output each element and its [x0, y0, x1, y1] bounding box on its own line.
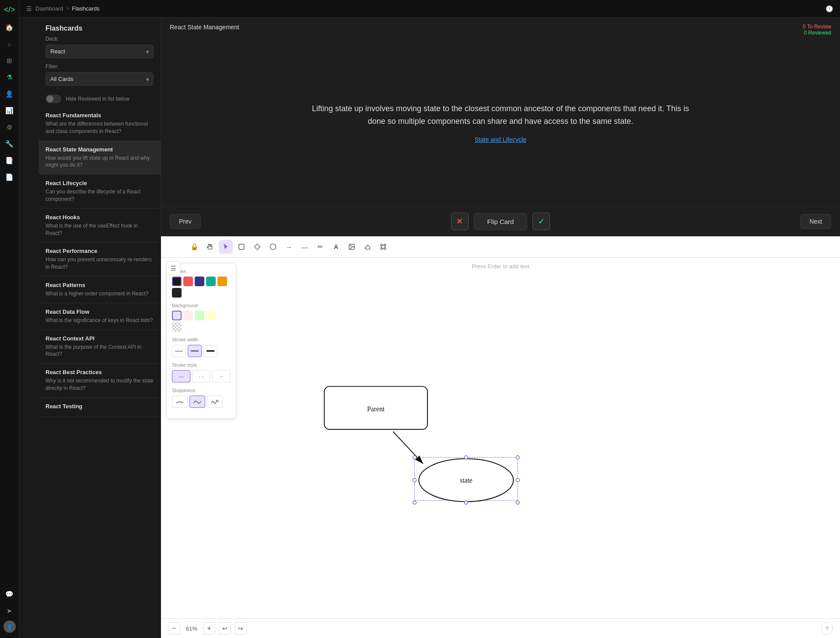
card-link[interactable]: State and Lifecycle [475, 136, 526, 143]
nav-grid[interactable]: ⊞ [3, 54, 17, 68]
card-title: React State Management [170, 24, 239, 31]
list-item[interactable]: React Lifecycle Can you describe the lif… [38, 175, 161, 209]
tool-select[interactable] [219, 240, 233, 254]
reviewed-count: 0 Reviewed [803, 30, 831, 36]
card-item-preview: What are the differences between functio… [46, 120, 154, 135]
svg-point-5 [381, 244, 382, 246]
zoom-value: 61% [184, 625, 200, 632]
nav-chat[interactable]: 💬 [3, 587, 17, 601]
card-item-preview: What is the use of the useEffect hook in… [46, 222, 154, 237]
deck-select[interactable]: React JavaScript TypeScript [46, 45, 154, 58]
tool-hand[interactable] [203, 240, 217, 254]
svg-point-6 [384, 244, 386, 246]
undo-button[interactable]: ↩ [219, 622, 231, 634]
tool-diamond[interactable] [250, 240, 264, 254]
tool-rectangle[interactable] [234, 240, 248, 254]
prev-button[interactable]: Prev [170, 214, 201, 229]
tool-circle[interactable] [266, 240, 280, 254]
breadcrumb-sep: > [66, 5, 70, 12]
to-review-count: 0 To Review [803, 24, 831, 30]
list-item[interactable]: React Performance How can you prevent un… [38, 242, 161, 277]
tool-text[interactable]: A [329, 240, 343, 254]
canvas-menu-button[interactable]: ☰ [166, 261, 180, 275]
tool-eraser[interactable] [360, 240, 374, 254]
card-list: React Fundamentals What are the differen… [38, 107, 161, 629]
redo-button[interactable]: ↪ [234, 622, 247, 634]
avatar[interactable]: 👤 [4, 620, 16, 633]
card-item-preview: What is a higher-order component in Reac… [46, 290, 154, 298]
breadcrumb-home[interactable]: Dashboard [35, 5, 63, 12]
list-item[interactable]: React Fundamentals What are the differen… [38, 107, 161, 141]
card-item-preview: Why is it not recommended to modify the … [46, 377, 154, 392]
clock-icon: 🕐 [826, 5, 833, 12]
canvas-area[interactable]: Press Enter to add text Stroke [161, 258, 840, 618]
next-button[interactable]: Next [800, 214, 831, 229]
list-item[interactable]: React Hooks What is the use of the useEf… [38, 209, 161, 243]
wrong-button[interactable]: ✕ [451, 213, 469, 230]
tool-image[interactable] [345, 240, 359, 254]
svg-point-7 [384, 248, 386, 249]
list-item[interactable]: React Best Practices Why is it not recom… [38, 364, 161, 398]
flip-card-button[interactable]: Flip Card [474, 213, 528, 230]
sidebar-title: Flashcards [38, 18, 161, 36]
toggle-row: Hide Reviewed in list below [38, 91, 161, 107]
svg-point-2 [270, 244, 276, 249]
list-item[interactable]: React Context API What is the purpose of… [38, 330, 161, 364]
nav-flask[interactable]: ⚗ [3, 70, 17, 84]
tool-arrow[interactable]: → [282, 240, 296, 254]
svg-point-23 [464, 501, 468, 504]
card-item-preview: How would you lift state up in React and… [46, 154, 154, 169]
sidebar: Flashcards Deck: React JavaScript TypeSc… [38, 18, 161, 638]
canvas-svg[interactable]: Parent state [161, 258, 840, 618]
breadcrumb-current: Flashcards [72, 5, 100, 12]
tool-pencil[interactable]: ✏ [313, 240, 327, 254]
svg-text:state: state [460, 477, 472, 484]
card-display: React State Management 0 To Review 0 Rev… [161, 18, 840, 236]
svg-rect-0 [239, 244, 244, 249]
card-item-preview: What is the purpose of the Context API i… [46, 344, 154, 358]
help-button[interactable]: ? [821, 622, 833, 634]
list-item[interactable]: React Patterns What is a higher-order co… [38, 277, 161, 303]
card-item-title: React Best Practices [46, 369, 154, 375]
sidebar-toggle[interactable]: ☰ [26, 5, 32, 12]
tool-line[interactable]: — [298, 240, 312, 254]
deck-label: Deck: [46, 36, 154, 42]
nav-send[interactable]: ➤ [3, 604, 17, 618]
nav-settings[interactable]: ⚙ [3, 120, 17, 134]
svg-point-4 [350, 245, 351, 246]
card-item-title: React Testing [46, 403, 154, 410]
drawing-bottom: − 61% + ↩ ↪ ? [161, 618, 840, 638]
tool-lock[interactable]: 🔒 [187, 240, 201, 254]
svg-point-25 [516, 456, 519, 459]
svg-point-27 [516, 501, 519, 504]
svg-line-15 [393, 431, 423, 464]
nav-tools[interactable]: 🔧 [3, 137, 17, 151]
zoom-in-button[interactable]: + [203, 622, 215, 634]
list-item[interactable]: React Testing [38, 398, 161, 417]
correct-button[interactable]: ✓ [532, 213, 550, 230]
tool-connect[interactable] [376, 240, 390, 254]
nav-home[interactable]: 🏠 [3, 21, 17, 35]
list-item[interactable]: React Data Flow What is the significance… [38, 303, 161, 330]
svg-text:Parent: Parent [367, 405, 385, 413]
zoom-out-button[interactable]: − [168, 622, 180, 634]
nav-bookmark[interactable]: 📑 [3, 154, 17, 168]
nav-bar-chart[interactable]: 📊 [3, 104, 17, 118]
breadcrumb: Dashboard > Flashcards [35, 5, 100, 12]
svg-point-21 [464, 456, 468, 459]
nav-doc[interactable]: 📄 [3, 170, 17, 184]
action-center: ✕ Flip Card ✓ [451, 213, 550, 230]
main-container: Flashcards Deck: React JavaScript TypeSc… [38, 18, 840, 638]
top-bar: ☰ Dashboard > Flashcards 🕐 [19, 0, 840, 18]
svg-point-20 [413, 478, 416, 482]
list-item[interactable]: React State Management How would you lif… [38, 141, 161, 175]
drawing-toolbar: 🔒 → — ✏ A [161, 236, 840, 258]
card-item-title: React Context API [46, 335, 154, 342]
card-answer: Lifting state up involves moving state t… [304, 102, 697, 128]
drawing-area: 🔒 → — ✏ A [161, 236, 840, 638]
card-item-title: React Performance [46, 248, 154, 254]
nav-person[interactable]: 👤 [3, 87, 17, 101]
nav-circle[interactable]: ○ [3, 37, 17, 51]
filter-select[interactable]: All Cards Not Reviewed Reviewed [46, 72, 154, 86]
hide-reviewed-toggle[interactable] [46, 95, 61, 103]
